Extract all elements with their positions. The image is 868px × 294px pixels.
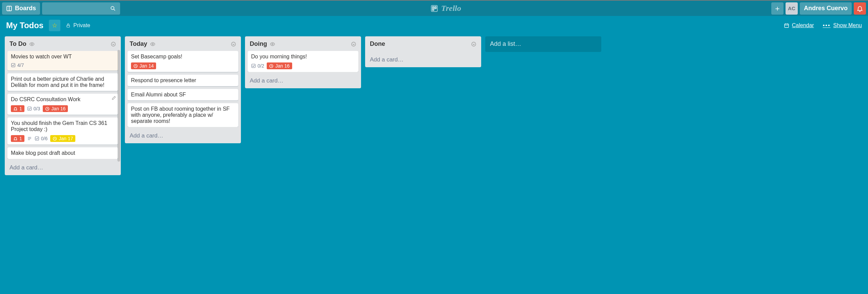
list-header[interactable]: Today <box>128 40 238 48</box>
list-menu-icon[interactable] <box>351 41 356 47</box>
global-header: Boards Trello ＋ AC Andres Cuervo <box>0 0 868 16</box>
cards-container: Set Basecamp goals!Jan 14Respond to pres… <box>128 51 238 127</box>
list: DoingDo you morning things!0/2Jan 16Add … <box>245 36 361 88</box>
description-icon <box>27 136 32 141</box>
visibility-button[interactable]: Private <box>66 22 90 29</box>
card-title: Post on FB about rooming together in SF … <box>131 106 235 124</box>
show-menu-label: Show Menu <box>833 22 862 29</box>
card-badges: 10/6Jan 17 <box>11 135 115 142</box>
list-header[interactable]: To Do <box>7 40 118 48</box>
calendar-label: Calendar <box>792 22 814 29</box>
board-title[interactable]: My Todos <box>6 21 43 30</box>
add-card-button[interactable]: Add a card… <box>368 54 478 64</box>
cards-container: Do you morning things!0/2Jan 16 <box>248 51 358 72</box>
trello-logo[interactable]: Trello <box>122 4 769 13</box>
svg-rect-6 <box>435 6 436 9</box>
list-menu-icon[interactable] <box>111 41 116 47</box>
calendar-icon <box>784 23 789 28</box>
create-button[interactable]: ＋ <box>771 2 784 15</box>
card-title: Movies to watch over WT <box>11 54 115 60</box>
due-date-badge: Jan 16 <box>43 105 68 112</box>
svg-point-22 <box>152 43 153 45</box>
list-menu-icon[interactable] <box>231 41 236 47</box>
card-title: Make blog post draft about <box>11 150 115 156</box>
svg-point-25 <box>272 43 273 45</box>
pencil-icon[interactable] <box>111 96 116 100</box>
user-name-button[interactable]: Andres Cuervo <box>800 2 852 15</box>
card-title: Print out a better picture of Charlie an… <box>11 76 115 88</box>
list-title: Doing <box>250 40 267 48</box>
card[interactable]: Print out a better picture of Charlie an… <box>7 73 118 91</box>
svg-rect-20 <box>35 137 39 141</box>
due-date-badge: Jan 17 <box>50 135 75 142</box>
card[interactable]: Set Basecamp goals!Jan 14 <box>128 51 238 72</box>
list: DoneAdd a card… <box>365 36 481 67</box>
svg-point-13 <box>111 42 115 46</box>
svg-point-26 <box>352 42 356 46</box>
board-canvas[interactable]: To DoMovies to watch over WT4/7Print out… <box>0 35 868 294</box>
lock-icon <box>66 23 71 28</box>
card-badges: 10/3Jan 16 <box>11 105 115 112</box>
notifications-button[interactable] <box>854 2 866 15</box>
scrollbar[interactable] <box>117 50 120 162</box>
list: TodaySet Basecamp goals!Jan 14Respond to… <box>125 36 241 143</box>
add-card-button[interactable]: Add a card… <box>248 75 358 85</box>
card[interactable]: Respond to presence letter <box>128 75 238 86</box>
card[interactable]: Make blog post draft about <box>7 147 118 159</box>
card[interactable]: Post on FB about rooming together in SF … <box>128 103 238 127</box>
add-list-button[interactable]: Add a list… <box>485 36 601 52</box>
bell-icon <box>856 5 863 12</box>
list-title: To Do <box>10 40 26 48</box>
notification-badge: 1 <box>11 105 24 112</box>
trello-logo-icon <box>430 4 438 13</box>
svg-rect-8 <box>785 24 789 27</box>
list-menu-icon[interactable] <box>471 41 476 47</box>
eye-icon <box>150 41 155 47</box>
notification-badge: 1 <box>11 135 24 142</box>
boards-button[interactable]: Boards <box>2 2 40 15</box>
svg-rect-15 <box>28 107 32 111</box>
list: To DoMovies to watch over WT4/7Print out… <box>5 36 121 175</box>
plus-icon: ＋ <box>774 3 781 14</box>
board-header-right: Calendar ••• Show Menu <box>784 22 862 29</box>
card[interactable]: Movies to watch over WT4/7 <box>7 51 118 71</box>
search-input[interactable] <box>42 2 120 15</box>
svg-rect-7 <box>67 25 70 27</box>
eye-icon <box>270 41 275 47</box>
card-title: Email Alumni about SF <box>131 92 235 98</box>
card[interactable]: Email Alumni about SF <box>128 89 238 100</box>
svg-rect-27 <box>252 64 256 68</box>
list-title: Done <box>370 40 385 48</box>
card[interactable]: You should finish the Gem Train CS 361 P… <box>7 117 118 145</box>
svg-rect-5 <box>432 6 434 11</box>
card[interactable]: Do you morning things!0/2Jan 16 <box>248 51 358 72</box>
card-badges: Jan 14 <box>131 62 235 69</box>
card-badges: 4/7 <box>11 62 115 68</box>
boards-icon <box>6 5 12 12</box>
eye-icon <box>29 41 35 47</box>
user-name-label: Andres Cuervo <box>804 5 848 12</box>
svg-point-12 <box>31 43 33 45</box>
svg-rect-14 <box>12 63 15 67</box>
avatar-initials: AC <box>788 5 795 11</box>
ellipsis-icon: ••• <box>823 22 831 29</box>
calendar-button[interactable]: Calendar <box>784 22 814 29</box>
star-button[interactable]: ☆ <box>49 20 60 31</box>
avatar[interactable]: AC <box>786 2 798 15</box>
add-card-button[interactable]: Add a card… <box>7 162 118 172</box>
show-menu-button[interactable]: ••• Show Menu <box>823 22 862 29</box>
card-title: Respond to presence letter <box>131 77 235 84</box>
svg-point-29 <box>472 42 476 46</box>
list-header[interactable]: Done <box>368 40 478 48</box>
add-card-button[interactable]: Add a card… <box>128 130 238 140</box>
list-header[interactable]: Doing <box>248 40 358 48</box>
card-title: Do CSRC Consultation Work <box>11 96 115 103</box>
card[interactable]: Do CSRC Consultation Work10/3Jan 16 <box>7 94 118 115</box>
list-title: Today <box>130 40 147 48</box>
boards-label: Boards <box>15 5 36 12</box>
star-icon: ☆ <box>52 22 57 29</box>
due-date-badge: Jan 14 <box>131 62 156 69</box>
card-title: Set Basecamp goals! <box>131 54 235 60</box>
visibility-label: Private <box>73 22 90 29</box>
checklist-badge: 4/7 <box>11 62 24 68</box>
